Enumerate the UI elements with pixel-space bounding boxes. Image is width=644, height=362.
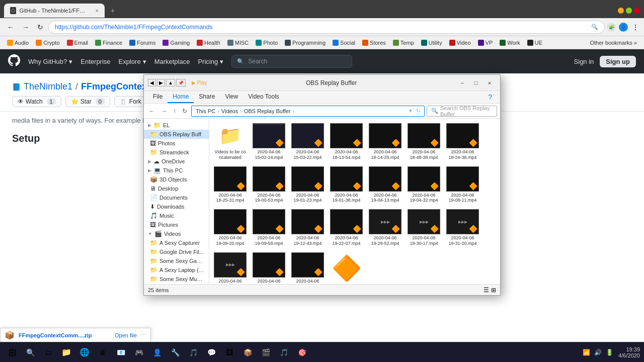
list-item[interactable]: 🔶 2020-04-0619-00-53.mp4 [250,164,288,206]
nav-marketplace[interactable]: Marketplace [154,58,190,65]
nav-forward-button[interactable]: → [159,107,169,116]
bookmark-video[interactable]: Video [446,39,474,47]
list-item[interactable]: 🔶 2020-04-0619-12-43.mp4 [289,207,327,249]
close-button[interactable] [634,8,640,14]
list-item[interactable]: 🔶 2020-04-0618-13-54.mp4 [328,121,365,163]
ribbon-help[interactable]: ? [484,91,496,103]
repo-owner-link[interactable]: TheNimble1 [24,81,72,92]
bookmark-work[interactable]: Work [497,39,523,47]
search-taskbar-button[interactable]: 🔍 [22,344,38,360]
sidebar-item-thispc[interactable]: ▶ 💻 This PC [144,166,209,175]
sidebar-item-sexy-gaming[interactable]: 📁 Some Sexy Gam... [144,256,209,265]
sidebar-item-sexy-laptop[interactable]: 📁 A Sexy Laptop (L... [144,265,209,275]
ribbon-tab-home[interactable]: Home [168,91,194,103]
bookmark-ue[interactable]: UE [524,39,545,47]
taskbar-app-12[interactable]: 🎯 [294,344,310,360]
active-tab[interactable]: ⬡ GitHub - TheNimble1/FFmpeg... × [4,4,105,18]
download-menu-button[interactable]: ⋯ [141,332,146,338]
tray-volume[interactable]: 🔊 [593,348,603,357]
taskbar-app-8[interactable]: 🖼 [221,344,237,360]
sidebar-item-onedrive[interactable]: ▶ ☁ OneDrive [144,157,209,166]
nav-up-button[interactable]: ↑ [171,107,178,116]
bookmark-programming[interactable]: Programming [282,39,329,47]
path-thispc[interactable]: This PC [196,108,215,114]
start-button[interactable]: ⊞ [4,344,20,360]
open-file-link[interactable]: Open file [115,332,137,338]
quick-access-button[interactable]: 📌 [176,79,186,86]
list-item[interactable]: 🔶 2020-04-0618-14-25.mp4 [366,121,404,163]
taskbar-app-6[interactable]: 🎵 [185,344,201,360]
sidebar-item-streamdeck[interactable]: 📁 Streamdeck [144,148,209,157]
taskbar-app-9[interactable]: 📦 [239,344,256,360]
minimize-button[interactable] [618,8,624,14]
tab-close-button[interactable]: × [96,8,99,14]
list-item[interactable]: 🔶 2020-04-0619-35-20.mp4 [289,250,327,284]
bookmark-temp[interactable]: Temp [390,39,417,47]
view-tiles-button[interactable]: ⊞ [491,287,496,294]
ribbon-tab-view[interactable]: View [220,91,243,103]
sidebar-item-sexy-music[interactable]: 📁 Some Sexy Musi... [144,275,209,284]
sidebar-item-videos[interactable]: ▼ 🎬 Videos [144,229,209,238]
list-item[interactable]: 🔶 2020-04-0619-09-20.mp4 [211,207,249,249]
bookmark-audio[interactable]: Audio [4,39,32,47]
nav-pricing[interactable]: Pricing ▾ [198,58,223,65]
taskbar-app-1[interactable]: 🖥 [95,344,111,360]
path-refresh-icon[interactable]: ↻ [416,108,420,114]
bookmark-misc[interactable]: MISC [224,39,252,47]
star-button[interactable]: ⭐ Star 0 [65,96,110,107]
search-bar[interactable]: 🔍 Search [231,55,352,68]
list-item[interactable]: 🔶 2020-04-0619-01-23.mp4 [289,164,327,206]
nav-why-github[interactable]: Why GitHub? ▾ [28,58,72,65]
taskbar-app-4[interactable]: 👤 [149,344,165,360]
github-logo[interactable] [8,54,20,69]
back-button[interactable]: ← [4,21,17,33]
address-bar[interactable]: https://github.com/TheNimble1/FFmpegCont… [48,21,605,34]
new-tab-button[interactable]: + [107,7,119,15]
bookmark-other[interactable]: Other bookmarks » [587,39,640,47]
extensions-icon[interactable]: 🧩 [607,23,616,32]
list-item-last[interactable]: 🔶 2020-04-0619-38-58.mp4 [328,250,365,284]
list-item[interactable]: 🔶 2020-04-0619-01-38.mp4 [328,164,365,206]
sidebar-item-documents[interactable]: 📄 Documents [144,193,209,202]
list-item[interactable]: ▶▶▶ 🔶 2020-04-0619-31-42.mp4 [211,250,249,284]
view-details-button[interactable]: ☰ [484,287,489,294]
settings-icon[interactable]: ⋮ [631,23,640,32]
maximize-button[interactable] [626,8,632,14]
taskbar-app-5[interactable]: 🔧 [167,344,183,360]
reload-button[interactable]: ↻ [34,21,46,33]
bookmark-finance[interactable]: Finance [92,39,125,47]
list-item[interactable]: 🔶 2020-04-0619-04-13.mp4 [366,164,404,206]
ribbon-tab-videotools[interactable]: Video Tools [243,91,284,103]
list-item[interactable]: ▶▶▶ 🔶 2020-04-0619-29-52.mp4 [366,207,404,249]
taskview-button[interactable]: 🗂 [40,344,56,360]
sidebar-item-pictures[interactable]: 🖼 Pictures [144,220,209,229]
quick-access-back[interactable]: ◀ [148,79,156,86]
sidebar-item-3dobjects[interactable]: 📦 3D Objects [144,175,209,184]
sidebar-item-desktop[interactable]: 🖥 Desktop [144,184,209,193]
edge-taskbar[interactable]: 🌐 [76,344,93,360]
taskbar-app-11[interactable]: 🎵 [276,344,292,360]
search-input[interactable]: 🔍 Search OBS Replay Buffer [427,106,497,117]
taskbar-app-2[interactable]: 📧 [113,344,129,360]
sidebar-item-google-drive[interactable]: 📁 Google Drive Fil... [144,247,209,256]
ribbon-tab-share[interactable]: Share [194,91,220,103]
play-button-ribbon[interactable]: ▶ Play [192,80,207,85]
list-item[interactable]: 🔶 2020-04-0618-24-38.mp4 [444,121,481,163]
taskbar-clock[interactable]: 19:39 4/6/2020 [618,346,640,358]
sidebar-item-music[interactable]: 🎵 Music [144,211,209,220]
bookmark-utility[interactable]: Utility [418,39,445,47]
address-path[interactable]: This PC › Videos › OBS Replay Buffer › ▼… [191,106,425,117]
bookmark-vp[interactable]: VP [475,39,496,47]
watch-button[interactable]: 👁 Watch 1 [12,96,61,107]
sidebar-item-photos[interactable]: 🖼 Photos [144,139,209,148]
list-item[interactable]: ▶▶▶ 🔶 2020-04-0619-31-20.mp4 [444,207,481,249]
bookmark-social[interactable]: Social [330,39,358,47]
taskbar-app-10[interactable]: 🎬 [258,344,274,360]
sidebar-item-downloads[interactable]: ⬇ Downloads [144,202,209,211]
bookmark-stores[interactable]: Stores [359,39,389,47]
list-item[interactable]: 🔶 2020-04-0619-09-59.mp4 [250,207,288,249]
path-videos[interactable]: Videos [221,108,238,114]
sidebar-item-sexy-capturer[interactable]: 📁 A Sexy Capturer [144,238,209,247]
ribbon-tab-file[interactable]: File [148,91,168,103]
sign-in-link[interactable]: Sign in [574,58,594,65]
